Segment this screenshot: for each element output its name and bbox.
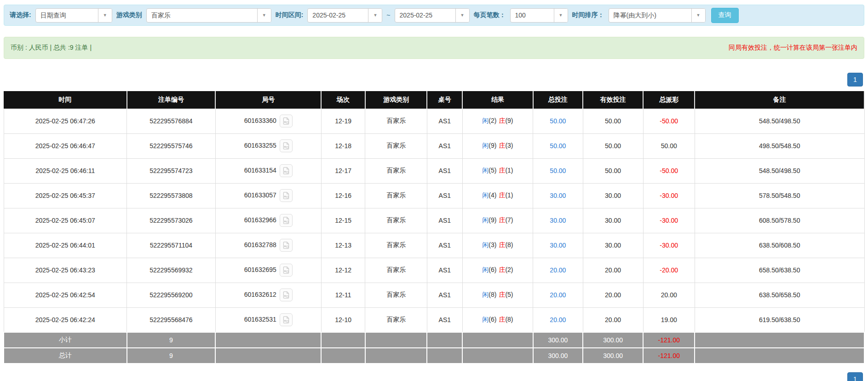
cell-bet-id: 522295573026 [127,208,216,233]
cell-game-category: 百家乐 [365,183,427,208]
cell-bet-id: 522295574723 [127,158,216,183]
cell-session: 12-10 [321,307,365,332]
cell-valid-bet: 50.00 [583,109,643,133]
column-header: 桌号 [427,91,462,109]
cell-game-category: 百家乐 [365,258,427,283]
result-banker-label: 庄 [499,291,505,298]
cell-valid-bet: 20.00 [583,283,643,307]
video-replay-button[interactable] [280,115,293,127]
cell-bet-id: 522295576884 [127,109,216,133]
table-row: 2025-02-25 06:45:37522295573808601633057… [4,183,864,208]
video-replay-button[interactable] [280,214,293,227]
cell-session: 12-18 [321,133,365,158]
video-replay-button[interactable] [280,189,293,202]
result-player-score: (9) [489,216,496,224]
round-number: 601632695 [244,266,276,273]
cell-remark: 619.50/638.50 [695,307,864,332]
date-to-select[interactable]: 2025-02-25 ▼ [395,8,470,23]
pagination-page-1-bottom[interactable]: 1 [847,372,863,381]
round-number: 601633154 [244,167,276,174]
search-button[interactable]: 查询 [711,8,739,23]
cell-game-category: 百家乐 [365,283,427,307]
query-type-select[interactable]: 日期查询 ▼ [35,8,112,23]
video-replay-button[interactable] [280,139,293,152]
game-category-select[interactable]: 百家乐 ▼ [146,8,271,23]
total-bet-link[interactable]: 50.00 [550,117,566,125]
cell-remark: 638.50/658.50 [695,283,864,307]
video-replay-button[interactable] [280,239,293,252]
subtotal-row: 小计9300.00300.00-121.00 [4,332,864,348]
table-row: 2025-02-25 06:42:54522295569200601632612… [4,283,864,307]
result-banker-label: 庄 [499,241,505,248]
cell-game-category: 百家乐 [365,133,427,158]
round-number: 601632612 [244,291,276,298]
cell-result: 闲(9)庄(3) [462,133,533,158]
result-player-score: (9) [489,142,496,149]
cell-payout: -20.00 [643,258,695,283]
result-player-score: (3) [489,241,496,248]
page-size-value: 100 [511,9,554,22]
cell-session: 12-13 [321,233,365,258]
cell-payout: 19.00 [643,307,695,332]
cell-remark: 638.50/608.50 [695,233,864,258]
table-row: 2025-02-25 06:46:11522295574723601633154… [4,158,864,183]
cell-round: 601633360 [215,109,321,133]
total-bet-link[interactable]: 30.00 [550,242,566,249]
range-separator: ~ [386,12,390,19]
table-row: 2025-02-25 06:43:23522295569932601632695… [4,258,864,283]
cell-total-bet: 30.00 [533,233,583,258]
video-replay-button[interactable] [280,164,293,177]
cell-time: 2025-02-25 06:45:07 [4,208,127,233]
column-header: 总派彩 [643,91,695,109]
sort-order-label: 时间排序： [572,11,604,19]
total-bet-link[interactable]: 30.00 [550,192,566,199]
result-banker-score: (1) [505,191,513,199]
cell-total-bet: 50.00 [533,133,583,158]
cell-total-bet: 50.00 [533,109,583,133]
query-type-value: 日期查询 [36,9,98,22]
cell-round: 601632966 [215,208,321,233]
cell-time: 2025-02-25 06:42:54 [4,283,127,307]
pagination-page-1[interactable]: 1 [847,73,863,87]
cell-bet-id: 522295569200 [127,283,216,307]
result-player-label: 闲 [482,316,489,323]
cell-bet-id: 522295573808 [127,183,216,208]
cell-valid-bet: 50.00 [583,158,643,183]
total-bet-link[interactable]: 50.00 [550,167,566,174]
cell-total-bet: 20.00 [533,283,583,307]
time-range-label: 时间区间: [276,11,304,19]
cell-table-number: AS1 [427,183,462,208]
column-header: 总投注 [533,91,583,109]
video-file-icon [282,191,290,200]
total-bet-link[interactable]: 20.00 [550,291,566,299]
total-bet-link[interactable]: 20.00 [550,266,566,274]
cell-bet-id: 522295571104 [127,233,216,258]
result-banker-score: (5) [505,291,513,298]
cell-session: 12-17 [321,158,365,183]
total-bet-link[interactable]: 50.00 [550,142,566,150]
video-replay-button[interactable] [280,289,293,301]
total-row: 总计9300.00300.00-121.00 [4,348,864,364]
round-number: 601632966 [244,216,276,224]
video-replay-button[interactable] [280,313,293,326]
column-header: 时间 [4,91,127,109]
cell-total-bet: 20.00 [533,258,583,283]
cell-valid-bet: 50.00 [583,133,643,158]
total-bet-link[interactable]: 20.00 [550,316,566,323]
cell-result: 闲(4)庄(1) [462,183,533,208]
round-number: 601633057 [244,191,276,199]
cell-game-category: 百家乐 [365,233,427,258]
cell-result: 闲(5)庄(1) [462,158,533,183]
video-file-icon [282,291,290,299]
cell-payout: -30.00 [643,183,695,208]
cell-payout: 20.00 [643,283,695,307]
cell-time: 2025-02-25 06:42:24 [4,307,127,332]
sort-order-select[interactable]: 降幂(由大到小) ▼ [609,8,706,23]
video-replay-button[interactable] [280,264,293,277]
total-bet-link[interactable]: 30.00 [550,217,566,224]
date-from-select[interactable]: 2025-02-25 ▼ [307,8,382,23]
cell-payout: -30.00 [643,208,695,233]
cell-time: 2025-02-25 06:47:26 [4,109,127,133]
column-header: 游戏类别 [365,91,427,109]
page-size-select[interactable]: 100 ▼ [510,8,568,23]
